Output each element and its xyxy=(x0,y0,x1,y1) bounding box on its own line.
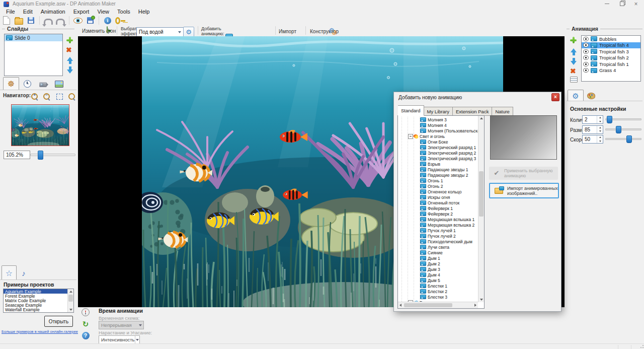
save-button[interactable] xyxy=(26,16,35,25)
layer-item[interactable]: Bubbles xyxy=(582,36,640,42)
scroll-down-icon[interactable] xyxy=(68,307,73,312)
license-key-button[interactable] xyxy=(115,16,124,25)
tree-vscrollbar[interactable] xyxy=(478,116,484,302)
tree-item[interactable]: Электрический разряд 2 xyxy=(398,150,478,156)
slides-list[interactable]: Slide 0 xyxy=(4,34,63,76)
delete-slide-button[interactable] xyxy=(66,46,72,54)
tree-item[interactable]: Сияние xyxy=(398,250,478,255)
tree-item[interactable]: Огненный поток xyxy=(398,200,478,205)
resize-grip[interactable] xyxy=(639,345,643,349)
tree-item[interactable]: Лучи света xyxy=(398,244,478,250)
examples-list[interactable]: Aquarium Example Forest Example Matrix C… xyxy=(3,289,74,313)
visibility-eye-icon[interactable] xyxy=(583,43,589,47)
dialog-tab[interactable]: Extension Pack xyxy=(453,107,492,116)
fade-dropdown[interactable]: Интенсивность xyxy=(99,335,140,344)
tree-item[interactable]: Фейерверк 1 xyxy=(398,205,478,211)
visibility-eye-icon[interactable] xyxy=(583,68,589,73)
scroll-left-icon[interactable] xyxy=(398,303,403,308)
move-layer-down-button[interactable] xyxy=(571,61,577,65)
tree-item[interactable]: Фейерверк 2 xyxy=(398,211,478,217)
tab-layer-settings[interactable] xyxy=(568,90,584,101)
tree-item[interactable]: Молния 4 xyxy=(398,122,478,128)
visibility-eye-icon[interactable] xyxy=(583,55,589,60)
animation-layers-list[interactable]: Bubbles Tropical fish 4 Tropical fish 3 … xyxy=(581,35,641,82)
change-background-button[interactable]: Изменить фон xyxy=(82,28,116,34)
constructor-icon[interactable] xyxy=(328,27,335,34)
tree-item[interactable]: Дым 4 xyxy=(398,272,478,277)
online-gallery-link[interactable]: Больше примеров в нашей онлайн-галерее xyxy=(2,329,78,334)
menu-item[interactable]: Help xyxy=(134,9,154,15)
scroll-right-icon[interactable] xyxy=(473,303,478,308)
actual-size-button[interactable] xyxy=(68,93,75,100)
tab-image[interactable] xyxy=(51,78,66,90)
add-slide-button[interactable] xyxy=(66,37,73,43)
setting-slider[interactable] xyxy=(605,138,641,140)
tree-item[interactable]: Блестки 2 xyxy=(398,289,478,294)
tab-examples[interactable] xyxy=(2,265,17,280)
effect-dropdown[interactable]: Под водой xyxy=(136,27,184,37)
setting-spinbox[interactable]: 2 xyxy=(582,115,603,124)
scroll-thumb[interactable] xyxy=(68,295,73,302)
delete-layer-button[interactable] xyxy=(570,67,576,75)
refresh-button[interactable] xyxy=(82,320,90,328)
tree-expander-icon[interactable] xyxy=(408,134,413,139)
import-button[interactable]: Импорт xyxy=(279,29,296,34)
setting-slider[interactable] xyxy=(605,128,641,130)
menu-item[interactable]: Tools xyxy=(113,9,134,15)
tree-item[interactable]: Молния 3 xyxy=(398,117,478,122)
close-button[interactable] xyxy=(629,0,643,8)
setting-slider-handle[interactable] xyxy=(626,135,632,143)
layer-list-button[interactable] xyxy=(570,77,578,83)
tree-item[interactable]: Молния (Пользовательская) xyxy=(398,128,478,133)
spin-arrows[interactable] xyxy=(597,126,603,133)
undo-button[interactable] xyxy=(44,16,53,25)
tab-layer-colors[interactable] xyxy=(584,91,598,101)
timing-compass-button[interactable] xyxy=(82,308,90,316)
new-file-button[interactable] xyxy=(2,16,11,25)
menu-item[interactable]: Animation xyxy=(37,9,69,15)
tree-item[interactable]: Падающие звезды 1 xyxy=(398,167,478,172)
export-video-button[interactable] xyxy=(86,16,95,25)
tree-item[interactable]: Дым 5 xyxy=(398,277,478,283)
open-button[interactable] xyxy=(14,16,23,25)
tree-item[interactable]: Мерцающая вспышка 1 xyxy=(398,217,478,222)
setting-slider-handle[interactable] xyxy=(616,126,621,133)
info-button[interactable] xyxy=(103,16,112,25)
dialog-close-button[interactable] xyxy=(551,93,559,101)
dialog-tab[interactable]: My Library xyxy=(424,107,453,116)
layer-item[interactable]: Tropical fish 4 xyxy=(582,42,640,49)
scroll-down-icon[interactable] xyxy=(478,297,484,302)
tree-item[interactable]: Электрический разряд 3 xyxy=(398,156,478,161)
effect-settings-button[interactable] xyxy=(183,27,194,37)
visibility-eye-icon[interactable] xyxy=(583,62,589,66)
tree-item[interactable]: Огни Боке xyxy=(398,139,478,145)
layer-item[interactable]: Tropical fish 2 xyxy=(582,55,640,61)
tree-item[interactable]: Блестки 3 xyxy=(398,294,478,300)
zoom-in-button[interactable]: + xyxy=(31,93,38,100)
spin-arrows[interactable] xyxy=(597,116,603,123)
tree-hscrollbar[interactable] xyxy=(398,302,478,308)
fit-view-button[interactable] xyxy=(56,94,63,100)
dialog-tab[interactable]: Standard xyxy=(398,105,424,116)
scroll-thumb[interactable] xyxy=(404,303,452,307)
move-slide-down-button[interactable] xyxy=(67,69,73,74)
zoom-slider[interactable] xyxy=(30,154,75,156)
tree-item[interactable]: Пучок лучей 1 xyxy=(398,228,478,233)
change-background-icon[interactable] xyxy=(107,26,108,33)
zoom-out-button[interactable]: − xyxy=(43,93,50,100)
menu-item[interactable]: Export xyxy=(69,9,94,15)
restore-button[interactable] xyxy=(615,0,629,8)
scroll-up-icon[interactable] xyxy=(68,289,73,294)
scroll-thumb[interactable] xyxy=(479,171,484,217)
spin-arrows[interactable] xyxy=(597,135,603,143)
tab-camera[interactable] xyxy=(35,78,50,90)
setting-spinbox[interactable]: 85 xyxy=(582,125,603,134)
redo-button[interactable] xyxy=(56,16,65,25)
zoom-value-field[interactable]: 105.2% xyxy=(4,151,30,159)
tree-item[interactable]: Блестки 1 xyxy=(398,283,478,289)
zoom-slider-handle[interactable] xyxy=(38,151,43,160)
tree-item[interactable]: Свет и огонь xyxy=(398,133,478,139)
tab-music[interactable] xyxy=(17,266,30,280)
tree-item[interactable]: Дым 3 xyxy=(398,266,478,272)
scroll-up-icon[interactable] xyxy=(478,116,484,121)
